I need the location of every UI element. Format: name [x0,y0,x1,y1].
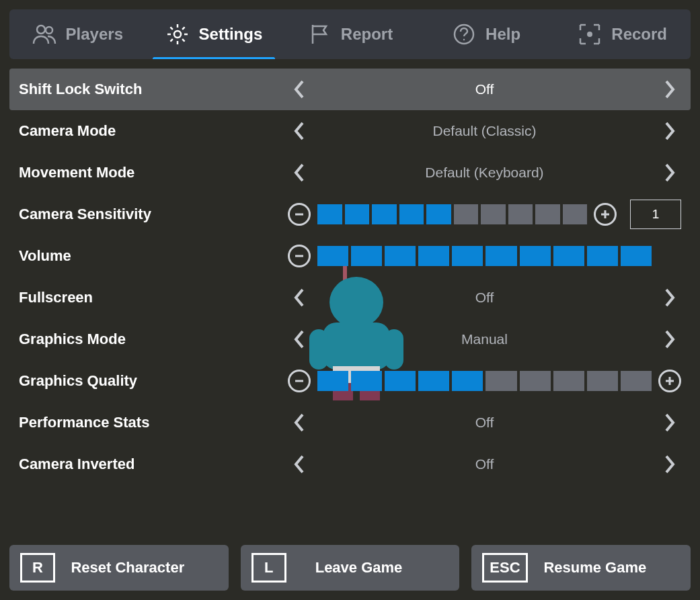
settings-list: Shift Lock Switch Off Camera Mode Defaul… [9,69,691,485]
minus-button[interactable] [288,245,311,267]
tab-label: Record [611,25,667,44]
svg-point-8 [37,26,45,34]
setting-value: Default (Keyboard) [317,165,652,181]
resume-game-button[interactable]: ESC Resume Game [471,545,691,591]
gear-icon [165,22,190,46]
tab-report[interactable]: Report [282,9,418,59]
svg-point-10 [174,31,181,38]
help-icon [452,22,476,46]
row-camera-sensitivity[interactable]: Camera Sensitivity [9,194,691,235]
setting-value: Off [317,415,652,431]
tab-bar: Players Settings Report [9,9,691,59]
svg-point-9 [46,27,52,34]
setting-label: Camera Sensitivity [19,206,288,223]
footer-bar: R Reset Character L Leave Game ESC Resum… [9,545,691,591]
row-movement-mode[interactable]: Movement Mode Default (Keyboard) [9,152,691,194]
record-icon [578,22,602,46]
row-graphics-quality[interactable]: Graphics Quality [9,360,691,402]
row-shift-lock[interactable]: Shift Lock Switch Off [9,69,691,110]
tab-help[interactable]: Help [418,9,555,59]
reset-character-button[interactable]: R Reset Character [9,545,229,591]
tab-label: Help [485,25,520,44]
setting-label: Performance Stats [19,414,288,431]
tab-label: Report [341,25,393,44]
setting-value: Off [317,456,652,472]
setting-label: Fullscreen [19,289,288,306]
setting-value: Manual [317,331,652,347]
svg-point-13 [587,32,592,37]
tab-settings[interactable]: Settings [146,9,282,59]
chevron-left-icon[interactable] [288,158,311,187]
chevron-right-icon[interactable] [658,158,681,187]
chevron-left-icon[interactable] [288,75,311,104]
button-label: Reset Character [38,559,218,576]
setting-label: Shift Lock Switch [19,81,288,98]
chevron-left-icon[interactable] [288,116,311,146]
chevron-right-icon[interactable] [658,75,681,104]
button-label: Resume Game [510,559,680,576]
row-fullscreen[interactable]: Fullscreen Off [9,277,691,318]
svg-point-12 [463,39,465,40]
players-icon [32,22,56,46]
chevron-left-icon[interactable] [288,408,311,437]
chevron-left-icon[interactable] [288,325,311,354]
tab-record[interactable]: Record [554,9,691,59]
row-performance-stats[interactable]: Performance Stats Off [9,402,691,443]
minus-button[interactable] [288,370,311,392]
plus-button[interactable] [658,370,681,392]
volume-slider[interactable] [317,246,652,266]
setting-label: Camera Inverted [19,456,288,473]
chevron-right-icon[interactable] [658,116,681,146]
chevron-right-icon[interactable] [658,408,681,437]
chevron-left-icon[interactable] [288,449,311,479]
row-graphics-mode[interactable]: Graphics Mode Manual [9,318,691,360]
chevron-right-icon[interactable] [658,283,681,312]
row-camera-inverted[interactable]: Camera Inverted Off [9,443,691,485]
row-camera-mode[interactable]: Camera Mode Default (Classic) [9,110,691,152]
setting-label: Movement Mode [19,164,288,181]
setting-label: Graphics Quality [19,372,288,390]
setting-label: Graphics Mode [19,331,288,348]
chevron-right-icon[interactable] [658,325,681,354]
sensitivity-input[interactable] [630,200,681,229]
minus-button[interactable] [288,203,311,226]
plus-button[interactable] [594,203,617,226]
tab-label: Players [66,25,123,44]
button-label: Leave Game [269,559,449,576]
chevron-left-icon[interactable] [288,283,311,312]
setting-value: Off [317,81,652,97]
quality-slider[interactable] [317,371,652,391]
tab-label: Settings [199,25,263,44]
setting-label: Camera Mode [19,122,288,140]
setting-value: Off [317,290,652,306]
tab-players[interactable]: Players [9,9,146,59]
sensitivity-slider[interactable] [317,204,587,224]
row-volume[interactable]: Volume [9,235,691,277]
setting-label: Volume [19,247,288,265]
leave-game-button[interactable]: L Leave Game [241,545,460,591]
chevron-right-icon[interactable] [658,449,681,479]
setting-value: Default (Classic) [317,123,652,139]
flag-icon [307,22,332,46]
